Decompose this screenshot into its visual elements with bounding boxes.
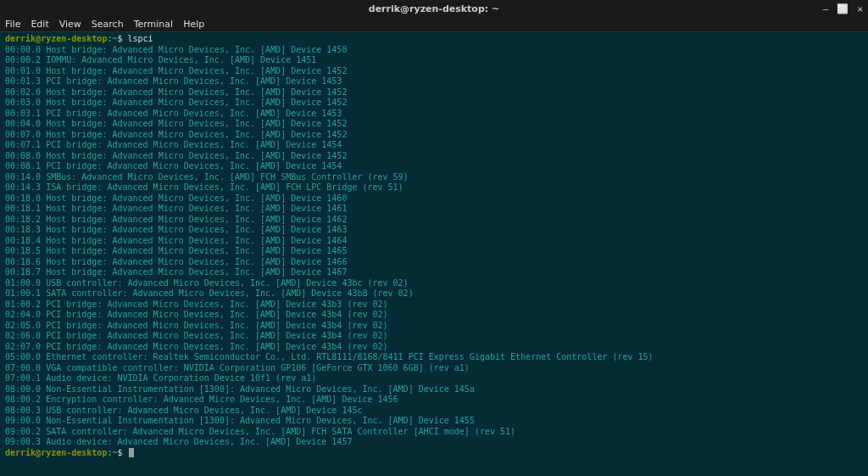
output-line: 07:00.1 Audio device: NVIDIA Corporation…	[5, 373, 863, 384]
menu-terminal[interactable]: Terminal	[134, 19, 174, 30]
output-line: 00:03.1 PCI bridge: Advanced Micro Devic…	[5, 109, 863, 120]
output-line: 00:02.0 Host bridge: Advanced Micro Devi…	[5, 87, 863, 98]
output-line: 08:00.3 USB controller: Advanced Micro D…	[5, 406, 863, 417]
output-line: 09:00.0 Non-Essential Instrumentation [1…	[5, 416, 863, 427]
menu-edit[interactable]: Edit	[31, 19, 48, 30]
cursor-icon	[129, 448, 134, 457]
output-line: 00:18.0 Host bridge: Advanced Micro Devi…	[5, 193, 863, 204]
window-controls: – ⬜ ✕	[823, 3, 863, 14]
output-line: 01:00.0 USB controller: Advanced Micro D…	[5, 278, 863, 289]
prompt-line: derrik@ryzen-desktop:~$ lspci	[5, 34, 863, 45]
output-line: 00:00.2 IOMMU: Advanced Micro Devices, I…	[5, 55, 863, 66]
output-line: 00:01.3 PCI bridge: Advanced Micro Devic…	[5, 76, 863, 87]
output-line: 00:18.7 Host bridge: Advanced Micro Devi…	[5, 267, 863, 278]
output-line: 00:18.3 Host bridge: Advanced Micro Devi…	[5, 225, 863, 236]
output-line: 00:07.0 Host bridge: Advanced Micro Devi…	[5, 130, 863, 141]
output-line: 00:18.5 Host bridge: Advanced Micro Devi…	[5, 246, 863, 257]
output-line: 08:00.2 Encryption controller: Advanced …	[5, 395, 863, 406]
output-line: 00:08.0 Host bridge: Advanced Micro Devi…	[5, 151, 863, 162]
terminal-area[interactable]: derrik@ryzen-desktop:~$ lspci00:00.0 Hos…	[0, 32, 868, 476]
menu-search[interactable]: Search	[92, 19, 124, 30]
output-line: 01:00.2 PCI bridge: Advanced Micro Devic…	[5, 300, 863, 311]
output-line: 00:18.6 Host bridge: Advanced Micro Devi…	[5, 257, 863, 268]
output-line: 00:18.4 Host bridge: Advanced Micro Devi…	[5, 236, 863, 247]
command-text: lspci	[128, 34, 153, 43]
close-icon[interactable]: ✕	[857, 3, 863, 14]
menu-view[interactable]: View	[59, 19, 81, 30]
output-line: 09:00.3 Audio device: Advanced Micro Dev…	[5, 437, 863, 448]
output-line: 00:03.0 Host bridge: Advanced Micro Devi…	[5, 98, 863, 109]
prompt-line: derrik@ryzen-desktop:~$	[5, 448, 863, 459]
window-title: derrik@ryzen-desktop: ~	[369, 3, 499, 14]
output-line: 00:07.1 PCI bridge: Advanced Micro Devic…	[5, 140, 863, 151]
output-line: 09:00.2 SATA controller: Advanced Micro …	[5, 427, 863, 438]
output-line: 00:14.0 SMBus: Advanced Micro Devices, I…	[5, 172, 863, 183]
output-line: 05:00.0 Ethernet controller: Realtek Sem…	[5, 352, 863, 363]
maximize-icon[interactable]: ⬜	[837, 3, 849, 14]
menu-bar: File Edit View Search Terminal Help	[0, 17, 868, 32]
output-line: 00:18.2 Host bridge: Advanced Micro Devi…	[5, 215, 863, 226]
output-line: 00:08.1 PCI bridge: Advanced Micro Devic…	[5, 161, 863, 172]
output-line: 02:04.0 PCI bridge: Advanced Micro Devic…	[5, 310, 863, 321]
minimize-icon[interactable]: –	[823, 3, 829, 14]
output-line: 08:00.0 Non-Essential Instrumentation [1…	[5, 384, 863, 395]
title-bar: derrik@ryzen-desktop: ~ – ⬜ ✕	[0, 0, 868, 17]
output-line: 00:01.0 Host bridge: Advanced Micro Devi…	[5, 66, 863, 77]
menu-file[interactable]: File	[5, 19, 20, 30]
output-line: 00:00.0 Host bridge: Advanced Micro Devi…	[5, 45, 863, 56]
output-line: 00:18.1 Host bridge: Advanced Micro Devi…	[5, 204, 863, 215]
output-line: 02:07.0 PCI bridge: Advanced Micro Devic…	[5, 342, 863, 353]
output-line: 02:05.0 PCI bridge: Advanced Micro Devic…	[5, 321, 863, 332]
output-line: 00:04.0 Host bridge: Advanced Micro Devi…	[5, 119, 863, 130]
output-line: 01:00.1 SATA controller: Advanced Micro …	[5, 288, 863, 300]
menu-help[interactable]: Help	[183, 19, 204, 30]
output-line: 07:00.0 VGA compatible controller: NVIDI…	[5, 363, 863, 374]
output-line: 00:14.3 ISA bridge: Advanced Micro Devic…	[5, 182, 863, 193]
output-line: 02:06.0 PCI bridge: Advanced Micro Devic…	[5, 331, 863, 342]
